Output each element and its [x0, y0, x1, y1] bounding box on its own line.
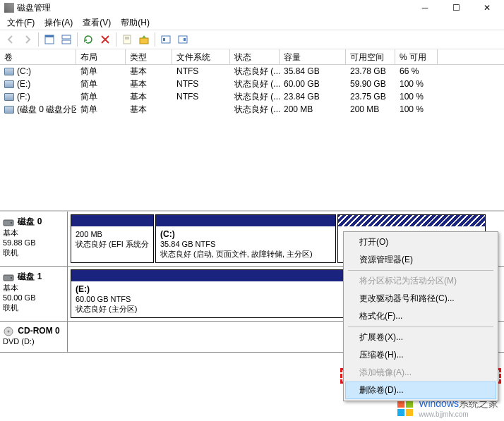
svg-rect-4: [124, 35, 131, 44]
table-headers: 卷 布局 类型 文件系统 状态 容量 可用空间 % 可用: [0, 49, 504, 65]
partition[interactable]: (C:)35.84 GB NTFS状态良好 (启动, 页面文件, 故障转储, 主…: [155, 214, 336, 263]
table-row[interactable]: (C:)简单基本NTFS状态良好 (...35.84 GB23.78 GB66 …: [0, 65, 504, 78]
svg-rect-8: [162, 36, 170, 43]
menu-help[interactable]: 帮助(H): [116, 16, 154, 30]
close-button[interactable]: ✕: [472, 0, 503, 16]
col-status[interactable]: 状态: [230, 49, 280, 64]
ctx-shrink[interactable]: 压缩卷(H)...: [345, 346, 496, 364]
up-icon[interactable]: [136, 32, 152, 47]
disk1-label[interactable]: 磁盘 1 基本 50.00 GB 联机: [0, 267, 68, 321]
svg-rect-21: [406, 409, 413, 416]
menu-file[interactable]: 文件(F): [3, 16, 39, 30]
svg-rect-18: [397, 401, 404, 408]
settings1-icon[interactable]: [158, 32, 174, 47]
svg-rect-2: [62, 35, 71, 39]
svg-point-13: [11, 222, 12, 224]
table-row[interactable]: (E:)简单基本NTFS状态良好 (...60.00 GB59.90 GB100…: [0, 78, 504, 90]
ctx-mark-active: 将分区标记为活动分区(M): [345, 272, 496, 290]
ctx-delete-volume[interactable]: 删除卷(D)...: [345, 382, 496, 399]
refresh-icon[interactable]: [80, 32, 96, 47]
window-title: 磁盘管理: [17, 2, 51, 14]
maximize-button[interactable]: ☐: [440, 0, 472, 16]
col-free[interactable]: 可用空间: [346, 49, 395, 64]
context-menu: 打开(O) 资源管理器(E) 将分区标记为活动分区(M) 更改驱动器号和路径(C…: [343, 231, 498, 401]
partition[interactable]: 200 MB状态良好 (EFI 系统分: [71, 214, 154, 263]
menu-action[interactable]: 操作(A): [40, 16, 77, 30]
ctx-change-letter[interactable]: 更改驱动器号和路径(C)...: [345, 290, 496, 307]
app-icon: [4, 3, 14, 13]
svg-rect-9: [163, 38, 165, 41]
cdrom-icon: [3, 327, 14, 336]
svg-rect-11: [184, 38, 186, 41]
cdrom-label[interactable]: CD-ROM 0 DVD (D:): [0, 322, 68, 352]
svg-rect-10: [179, 36, 187, 43]
svg-rect-7: [140, 38, 148, 44]
svg-rect-3: [62, 40, 71, 44]
ctx-add-mirror: 添加镜像(A)...: [345, 364, 496, 382]
table-rows: (C:)简单基本NTFS状态良好 (...35.84 GB23.78 GB66 …: [0, 65, 504, 210]
menu-view[interactable]: 查看(V): [78, 16, 115, 30]
menubar: 文件(F) 操作(A) 查看(V) 帮助(H): [0, 16, 504, 30]
disk-icon: [3, 272, 14, 282]
titlebar: 磁盘管理 ─ ☐ ✕: [0, 0, 504, 16]
window-buttons: ─ ☐ ✕: [409, 0, 503, 16]
ctx-extend[interactable]: 扩展卷(X)...: [345, 329, 496, 346]
toolbar: [0, 30, 504, 49]
view1-icon[interactable]: [42, 32, 57, 47]
disk0-name: 磁盘 0: [18, 216, 42, 226]
col-fs[interactable]: 文件系统: [172, 49, 230, 64]
cdrom-name: CD-ROM 0: [18, 326, 59, 336]
properties-icon[interactable]: [119, 32, 135, 47]
disk0-label[interactable]: 磁盘 0 基本 59.88 GB 联机: [0, 212, 68, 266]
svg-point-17: [8, 330, 10, 332]
forward-icon[interactable]: [20, 32, 35, 47]
disk1-name: 磁盘 1: [18, 271, 42, 281]
table-row[interactable]: (磁盘 0 磁盘分区 1)简单基本状态良好 (...200 MB200 MB10…: [0, 103, 504, 116]
col-pct[interactable]: % 可用: [395, 49, 438, 64]
minimize-button[interactable]: ─: [409, 0, 440, 16]
back-icon[interactable]: [3, 32, 18, 47]
svg-rect-19: [406, 401, 413, 408]
disk-icon: [3, 217, 14, 227]
windows-logo-icon: [396, 399, 414, 417]
svg-point-15: [11, 277, 12, 279]
ctx-explorer[interactable]: 资源管理器(E): [345, 251, 496, 269]
svg-rect-20: [397, 409, 404, 416]
ctx-open[interactable]: 打开(O): [345, 233, 496, 251]
volume-list: 卷 布局 类型 文件系统 状态 容量 可用空间 % 可用 (C:)简单基本NTF…: [0, 49, 504, 210]
ctx-format[interactable]: 格式化(F)...: [345, 307, 496, 325]
col-type[interactable]: 类型: [126, 49, 172, 64]
table-row[interactable]: (F:)简单基本NTFS状态良好 (...23.84 GB23.75 GB100…: [0, 90, 504, 103]
delete-icon[interactable]: [97, 32, 113, 47]
svg-rect-1: [45, 35, 54, 37]
col-capacity[interactable]: 容量: [280, 49, 346, 64]
col-volume[interactable]: 卷: [0, 49, 76, 64]
view2-icon[interactable]: [59, 32, 74, 47]
settings2-icon[interactable]: [175, 32, 191, 47]
col-layout[interactable]: 布局: [76, 49, 126, 64]
